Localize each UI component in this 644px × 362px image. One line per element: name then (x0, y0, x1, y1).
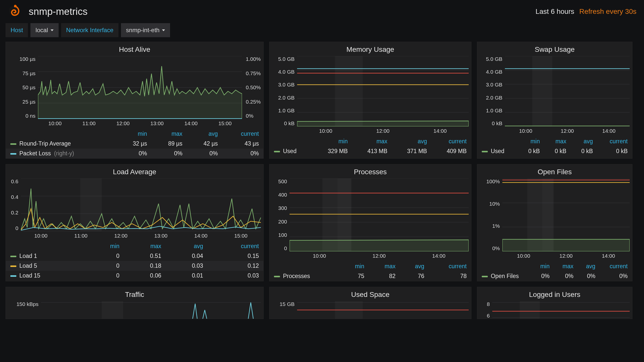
panel-memory-usage[interactable]: Memory Usage 5.0 GB4.0 GB3.0 GB2.0 GB1.0… (269, 42, 471, 159)
svg-rect-56 (520, 301, 540, 319)
panel-used-space[interactable]: Used Space 15 GB (269, 287, 471, 319)
y-axis: 5004003002001000 (269, 178, 290, 251)
chart-svg (21, 178, 261, 231)
y-axis: 15 GB (269, 301, 297, 319)
chart-svg (492, 301, 630, 319)
legend-row[interactable]: Load 1500.060.010.03 (6, 271, 263, 281)
panel-swap-usage[interactable]: Swap Usage 5.0 GB4.0 GB3.0 GB2.0 GB1.0 G… (477, 42, 632, 159)
svg-rect-50 (102, 301, 123, 319)
dashboard-title: snmp-metrics (29, 6, 536, 17)
chart-svg (290, 178, 469, 251)
legend-row[interactable]: Round-Trip Average32 µs89 µs42 µs43 µs (6, 139, 263, 149)
legend-row[interactable]: Processes75827678 (269, 271, 471, 281)
grafana-logo-icon (8, 5, 22, 19)
svg-rect-13 (335, 56, 363, 126)
x-axis: 10:0012:0014:00 (290, 251, 469, 261)
var-iface-label: Network Interface (61, 23, 118, 37)
panel-title: Load Average (6, 167, 263, 178)
chart-svg (505, 56, 630, 126)
y-axis: 100%10%1%0% (477, 178, 502, 251)
legend-row[interactable]: Open Files0%0%0%0% (477, 271, 632, 281)
legend-table: minmaxavgcurrent Round-Trip Average32 µs… (6, 129, 263, 158)
var-host-dropdown[interactable]: local (30, 23, 58, 37)
chart-svg (502, 178, 630, 251)
panel-title: Processes (269, 167, 471, 178)
panel-open-files[interactable]: Open Files 100%10%1%0% 10:0012:0014:00 m… (477, 164, 632, 281)
x-axis: 10:0011:0012:0013:0014:0015:00 (38, 119, 242, 129)
panel-title: Used Space (269, 290, 471, 301)
var-host-label: Host (6, 23, 28, 37)
panel-host-alive[interactable]: Host Alive 100 µs75 µs50 µs25 µs0 ns 1.0… (6, 42, 264, 159)
y-axis: 86 (477, 301, 492, 319)
legend-row[interactable]: Load 500.180.030.12 (6, 261, 263, 271)
panel-title: Logged in Users (477, 290, 632, 301)
chevron-down-icon (51, 29, 54, 31)
panel-traffic[interactable]: Traffic 150 kBps (6, 287, 264, 319)
panel-load-average[interactable]: Load Average 0.60.40.20 10:0011:0012:001… (6, 164, 264, 281)
y-axis-left: 100 µs75 µs50 µs25 µs0 ns (6, 56, 38, 119)
svg-rect-30 (80, 178, 102, 231)
y-axis: 0.60.40.20 (6, 178, 21, 231)
x-axis: 10:0011:0012:0013:0014:0015:00 (21, 231, 261, 241)
panel-title: Traffic (6, 290, 263, 301)
time-range-picker[interactable]: Last 6 hours (536, 8, 574, 16)
chart-svg (41, 301, 261, 319)
panel-title: Host Alive (6, 44, 263, 56)
refresh-interval[interactable]: Refresh every 30s (579, 8, 636, 16)
legend-row[interactable]: Load 100.510.040.15 (6, 251, 263, 261)
panel-processes[interactable]: Processes 5004003002001000 10:0012:0014:… (269, 164, 471, 281)
legend-table: minmaxavgcurrent Load 100.510.040.15 Loa… (6, 241, 263, 281)
panel-title: Open Files (477, 167, 632, 178)
y-axis-right: 1.00%0.75%0.50%0.25%0% (243, 56, 263, 119)
legend-table: minmaxavgcurrent Processes75827678 (269, 261, 471, 281)
legend-row[interactable]: Used329 MB413 MB371 MB409 MB (269, 146, 471, 156)
legend-table: minmaxavgcurrent Used329 MB413 MB371 MB4… (269, 137, 471, 156)
legend-row[interactable]: Used0 kB0 kB0 kB0 kB (477, 146, 632, 156)
legend-row[interactable]: Packet Loss (right-y)0%0%0%0% (6, 149, 263, 158)
x-axis: 10:0012:0014:00 (502, 251, 630, 261)
chart-svg (297, 301, 469, 319)
y-axis: 5.0 GB4.0 GB3.0 GB2.0 GB1.0 GB0 kB (269, 56, 297, 126)
chevron-down-icon (162, 29, 165, 31)
x-axis: 10:0012:0014:00 (297, 126, 469, 137)
svg-rect-23 (532, 56, 552, 126)
var-iface-dropdown[interactable]: snmp-int-eth (121, 23, 170, 37)
chart-svg (297, 56, 469, 126)
y-axis: 150 kBps (6, 301, 41, 319)
x-axis: 10:0012:0014:00 (505, 126, 630, 137)
panel-title: Swap Usage (477, 44, 632, 56)
chart-svg (38, 56, 242, 119)
y-axis: 5.0 GB4.0 GB3.0 GB2.0 GB1.0 GB0 kB (477, 56, 505, 126)
legend-table: minmaxavgcurrent Used0 kB0 kB0 kB0 kB (477, 137, 632, 156)
legend-table: minmaxavgcurrent Open Files0%0%0%0% (477, 261, 632, 281)
panel-logged-in-users[interactable]: Logged in Users 86 (477, 287, 632, 319)
panel-title: Memory Usage (269, 44, 471, 56)
